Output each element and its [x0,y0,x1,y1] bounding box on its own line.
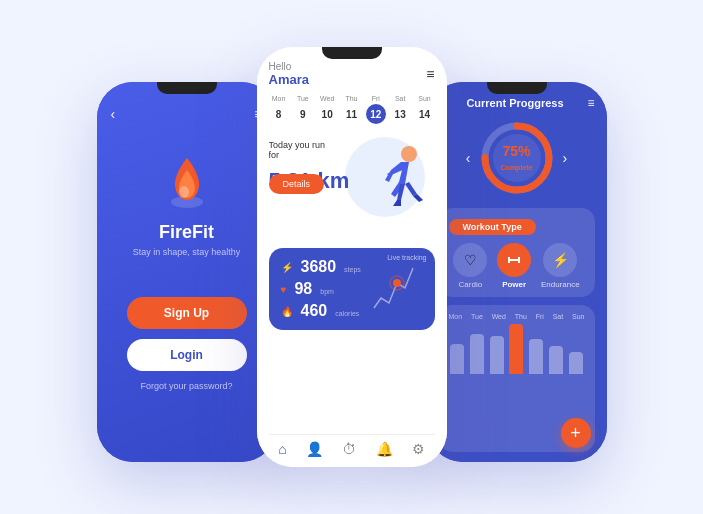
run-text: Today you run for 5.31 km Details [269,140,350,194]
nav-user[interactable]: 👤 [306,441,323,457]
endurance-circle: ⚡ [543,243,577,277]
notch-left [157,82,217,94]
chart-bars [449,324,585,374]
signup-button[interactable]: Sign Up [127,297,247,329]
workout-type-section: Workout Type ♡ Cardio Power ⚡ Endur [439,208,595,297]
heart-icon: ♥ [281,284,287,295]
run-section: Today you run for 5.31 km Details [269,132,435,242]
back-icon[interactable]: ‹ [111,106,116,122]
chart-days: Mon Tue Wed Thu Fri Sat Sun [449,313,585,320]
notch-center [322,47,382,59]
phone-center: Hello Amara ≡ Mon 8 Tue 9 Wed 10 [257,47,447,467]
day-tue: Tue 9 [293,95,313,124]
calories-unit: calories [335,310,359,317]
forgot-password-link[interactable]: Forgot your password? [140,381,232,391]
progress-prev[interactable]: ‹ [460,150,477,166]
login-button[interactable]: Login [127,339,247,371]
day-sat: Sat 13 [390,95,410,124]
details-button[interactable]: Details [269,174,325,194]
bar-wed [490,336,504,374]
nav-home[interactable]: ⌂ [278,441,286,457]
phones-container: ‹ ≡ FireFit Stay in shape, stay healthy … [0,0,703,514]
tracking-svg [369,258,419,318]
fire-logo [155,150,219,214]
bar-sat [549,346,563,374]
day-thu: Thu 11 [341,95,361,124]
week-bar: Mon 8 Tue 9 Wed 10 Thu 11 Fri 12 [269,95,435,124]
notch-right [487,82,547,94]
bar-tue [470,334,484,374]
hello-text: Hello [269,61,309,72]
right-menu-icon[interactable]: ≡ [587,96,594,110]
bar-thu [509,324,523,374]
bottom-nav: ⌂ 👤 ⏱ 🔔 ⚙ [269,434,435,457]
calories-value: 460 [301,302,328,320]
workout-type-label: Workout Type [449,219,536,235]
heart-unit: bpm [320,288,334,295]
nav-clock[interactable]: ⏱ [342,441,356,457]
right-top-bar: ‹ Current Proggress ≡ [439,96,595,110]
cardio-circle: ♡ [453,243,487,277]
run-today-label: Today you run [269,140,350,150]
day-fri[interactable]: Fri 12 [366,95,386,124]
progress-title: Current Proggress [443,97,588,109]
nav-bell[interactable]: 🔔 [376,441,393,457]
day-mon: Mon 8 [269,95,289,124]
fab-button[interactable]: + [561,418,591,448]
stats-card: Live tracking ⚡ 3680 steps ♥ 98 bpm 🔥 46… [269,248,435,330]
steps-value: 3680 [301,258,337,276]
workout-endurance[interactable]: ⚡ Endurance [541,243,580,289]
screen-left: ‹ ≡ FireFit Stay in shape, stay healthy … [97,82,277,462]
steps-unit: steps [344,266,361,273]
progress-section: ‹ 75% Complete › [439,118,595,198]
svg-point-3 [393,279,401,287]
day-sun: Sun 14 [414,95,434,124]
cardio-label: Cardio [459,280,483,289]
left-top-bar: ‹ ≡ [111,106,263,122]
workout-icons-row: ♡ Cardio Power ⚡ Endurance [449,243,585,289]
user-name: Amara [269,72,309,87]
bar-fri [529,339,543,374]
progress-ring: 75% Complete [477,118,557,198]
endurance-label: Endurance [541,280,580,289]
run-for-label: for [269,150,350,160]
app-name: FireFit [159,222,214,243]
nav-settings[interactable]: ⚙ [412,441,425,457]
screen-right: ‹ Current Proggress ≡ ‹ 75% Complete [427,82,607,462]
day-wed: Wed 10 [317,95,337,124]
progress-percent: 75% Complete [501,144,533,172]
steps-icon: ⚡ [281,262,293,273]
hello-section: Hello Amara [269,61,309,87]
hamburger-icon[interactable]: ≡ [426,66,434,82]
workout-cardio[interactable]: ♡ Cardio [453,243,487,289]
phone-left: ‹ ≡ FireFit Stay in shape, stay healthy … [97,82,277,462]
progress-next[interactable]: › [557,150,574,166]
power-circle [497,243,531,277]
calories-icon: 🔥 [281,306,293,317]
center-top-bar: Hello Amara ≡ [269,61,435,87]
screen-center: Hello Amara ≡ Mon 8 Tue 9 Wed 10 [257,47,447,467]
bar-sun [569,352,583,374]
power-label: Power [502,280,526,289]
workout-power[interactable]: Power [497,243,531,289]
bar-mon [450,344,464,374]
phone-right: ‹ Current Proggress ≡ ‹ 75% Complete [427,82,607,462]
heart-value: 98 [294,280,312,298]
app-tagline: Stay in shape, stay healthy [133,247,241,257]
svg-point-2 [401,146,417,162]
runner-figure [357,142,429,227]
svg-point-1 [179,186,189,198]
